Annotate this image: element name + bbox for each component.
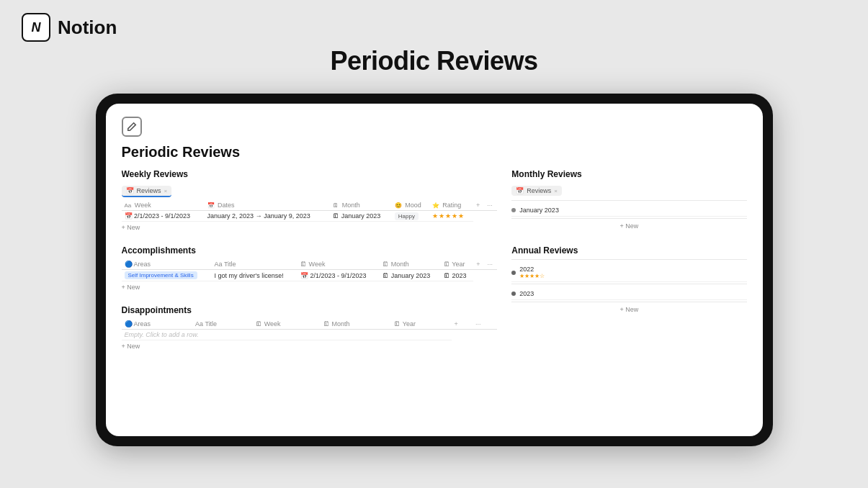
monthly-tab-x: × <box>554 188 558 194</box>
monthly-reviews-title: Monthly Reviews <box>511 169 746 179</box>
weekly-reviews-header-row: Aa Week 📅 Dates 🗓 Month 😊 Mood ⭐ Rating … <box>122 200 498 211</box>
weekly-reviews-table: Aa Week 📅 Dates 🗓 Month 😊 Mood ⭐ Rating … <box>122 200 498 222</box>
tab-close: × <box>164 188 168 194</box>
annual-reviews-title: Annual Reviews <box>511 245 746 256</box>
col-title: Aa Title <box>212 259 297 270</box>
bullet-icon <box>511 208 516 212</box>
cell-mood: Happy <box>392 211 429 222</box>
notion-body: Weekly Reviews 📅 Reviews × Aa Week <box>122 169 747 436</box>
col-dis-more[interactable]: ··· <box>473 319 497 330</box>
table-row: Empty. Click to add a row. <box>122 330 498 340</box>
cell-week: 📅 2/1/2023 - 9/1/2023 <box>122 211 205 222</box>
col-dis-add[interactable]: + <box>452 319 473 330</box>
notion-page-title: Periodic Reviews <box>122 144 747 161</box>
monthly-reviews-section: Monthly Reviews 📅 Reviews × January 2023 <box>511 169 746 230</box>
monthly-tab-label: Reviews <box>527 187 551 194</box>
list-item[interactable]: January 2023 <box>511 204 746 217</box>
cell-acc-week: 📅 2/1/2023 - 9/1/2023 <box>297 270 380 281</box>
col-dis-title: Aa Title <box>192 319 253 330</box>
cell-rating: ★★★★★ <box>429 211 473 222</box>
edit-icon[interactable] <box>122 117 142 137</box>
cell-month: 🗓 January 2023 <box>330 211 392 222</box>
disappointments-title: Disappointments <box>122 305 498 315</box>
cell-area: Self Improvement & Skills <box>122 270 212 281</box>
notion-brand: N Notion <box>22 13 117 42</box>
page-title-heading: Periodic Reviews <box>22 46 846 76</box>
col-month: 🗓 Month <box>330 200 392 211</box>
dis-new-row[interactable]: New <box>122 343 498 350</box>
divider3 <box>511 259 746 260</box>
notion-page: Periodic Reviews Weekly Reviews 📅 Review… <box>106 104 763 436</box>
cell-acc-year: 🗓 2023 <box>441 270 473 281</box>
col-dis-areas: 🔵 Areas <box>122 319 193 330</box>
cell-dates: January 2, 2023 → January 9, 2023 <box>205 211 331 222</box>
right-column: Monthly Reviews 📅 Reviews × January 2023 <box>511 169 746 436</box>
col-dis-month: 🗓 Month <box>321 319 392 330</box>
col-add[interactable]: + <box>473 200 484 211</box>
weekly-reviews-tab-label: Reviews <box>137 187 161 194</box>
weekly-reviews-db: 📅 Reviews × Aa Week 📅 Dates 🗓 Month <box>122 183 498 231</box>
list-item[interactable]: 2023 <box>511 288 746 300</box>
col-more2[interactable]: ··· <box>485 259 498 270</box>
monthly-item-jan: January 2023 <box>519 207 746 214</box>
notion-top-bar <box>122 117 747 137</box>
empty-row-text: Empty. Click to add a row. <box>122 330 452 340</box>
col-areas: 🔵 Areas <box>122 259 212 270</box>
col-dis-year: 🗓 Year <box>391 319 451 330</box>
col-dis-week: 🗓 Week <box>253 319 321 330</box>
header: N Notion Periodic Reviews <box>0 0 868 94</box>
monthly-new-row-label: + New <box>620 222 639 230</box>
disappointments-table: 🔵 Areas Aa Title 🗓 Week 🗓 Month 🗓 Year +… <box>122 319 498 340</box>
col-rating: ⭐ Rating <box>429 200 473 211</box>
divider2 <box>511 218 746 219</box>
calendar-icon2: 📅 <box>516 187 524 194</box>
col-dates: 📅 Dates <box>205 200 331 211</box>
cell-acc-month: 🗓 January 2023 <box>380 270 441 281</box>
tablet-screen: Periodic Reviews Weekly Reviews 📅 Review… <box>106 104 763 436</box>
col-week: Aa Week <box>122 200 205 211</box>
cell-acc-title: I got my driver's license! <box>212 270 297 281</box>
weekly-new-row[interactable]: New <box>122 224 498 231</box>
divider5 <box>511 302 746 302</box>
col-week2: 🗓 Week <box>297 259 380 270</box>
monthly-new-row[interactable]: + New <box>511 222 746 230</box>
col-month2: 🗓 Month <box>380 259 441 270</box>
col-add2[interactable]: + <box>473 259 484 270</box>
annual-new-row-label: + New <box>620 306 639 313</box>
annual-reviews-section: Annual Reviews 2022 ★★★★☆ 202 <box>511 245 746 313</box>
accomplishments-section: Accomplishments 🔵 Areas Aa Title 🗓 Week … <box>122 245 498 291</box>
bullet-icon2 <box>511 271 516 275</box>
annual-2022-stars: ★★★★☆ <box>519 273 746 279</box>
weekly-reviews-title: Weekly Reviews <box>122 169 498 179</box>
divider4 <box>511 284 746 284</box>
divider1 <box>511 200 746 201</box>
col-more[interactable]: ··· <box>484 200 497 211</box>
annual-2022-label: 2022 <box>519 266 746 273</box>
acc-new-row[interactable]: New <box>122 284 498 291</box>
disappointments-db: 🔵 Areas Aa Title 🗓 Week 🗓 Month 🗓 Year +… <box>122 319 498 350</box>
left-column: Weekly Reviews 📅 Reviews × Aa Week <box>122 169 498 436</box>
col-year: 🗓 Year <box>441 259 473 270</box>
annual-new-row[interactable]: + New <box>511 306 746 313</box>
bullet-icon3 <box>511 292 516 296</box>
accomplishments-title: Accomplishments <box>122 245 498 256</box>
acc-header-row: 🔵 Areas Aa Title 🗓 Week 🗓 Month 🗓 Year +… <box>122 259 498 270</box>
disappointments-section: Disappointments 🔵 Areas Aa Title 🗓 Week … <box>122 305 498 350</box>
annual-2023-label: 2023 <box>519 290 746 297</box>
dis-header-row: 🔵 Areas Aa Title 🗓 Week 🗓 Month 🗓 Year +… <box>122 319 498 330</box>
weekly-reviews-tab[interactable]: 📅 Reviews × <box>122 186 172 197</box>
table-row[interactable]: Self Improvement & Skills I got my drive… <box>122 270 498 281</box>
tablet-frame: Periodic Reviews Weekly Reviews 📅 Review… <box>96 94 773 446</box>
table-row[interactable]: 📅 2/1/2023 - 9/1/2023 January 2, 2023 → … <box>122 211 498 222</box>
notion-brand-name: Notion <box>58 17 117 39</box>
list-item[interactable]: 2022 ★★★★☆ <box>511 263 746 282</box>
accomplishments-db: 🔵 Areas Aa Title 🗓 Week 🗓 Month 🗓 Year +… <box>122 259 498 291</box>
notion-logo-icon: N <box>22 13 50 42</box>
col-mood: 😊 Mood <box>392 200 429 211</box>
calendar-icon: 📅 <box>126 187 134 194</box>
monthly-reviews-tab[interactable]: 📅 Reviews × <box>511 186 562 196</box>
accomplishments-table: 🔵 Areas Aa Title 🗓 Week 🗓 Month 🗓 Year +… <box>122 259 498 281</box>
weekly-reviews-section: Weekly Reviews 📅 Reviews × Aa Week <box>122 169 498 231</box>
